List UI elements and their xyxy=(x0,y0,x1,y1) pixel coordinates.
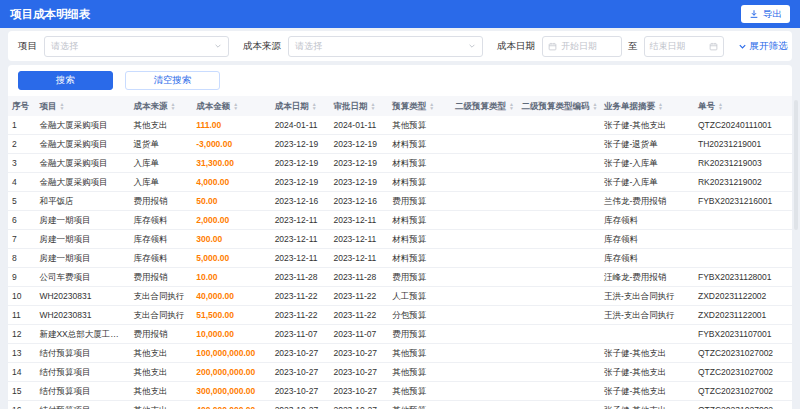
sort-icon[interactable]: ▲▼ xyxy=(312,103,317,110)
cell-sub-budget-type xyxy=(451,135,518,154)
cell-index: 2 xyxy=(8,135,35,154)
cell-sub-budget-code xyxy=(518,401,600,409)
filter-group-cost-source: 成本来源 请选择 xyxy=(243,36,483,57)
cell-approval-date: 2023-10-27 xyxy=(329,363,388,382)
cell-budget-type: 费用预算 xyxy=(388,192,451,211)
column-header-doc-summary[interactable]: 业务单据摘要▲▼ xyxy=(600,96,694,116)
sort-icon[interactable]: ▲▼ xyxy=(509,103,514,110)
cell-doc-number xyxy=(694,230,792,249)
cell-amount: 300.00 xyxy=(192,230,270,249)
column-header-doc-number[interactable]: 单号▲▼ xyxy=(694,96,792,116)
cell-doc-summary: 汪峰龙-费用报销 xyxy=(600,268,694,287)
cell-budget-type: 其他预算 xyxy=(388,401,451,409)
cost-source-select[interactable]: 请选择 xyxy=(288,36,483,57)
sort-icon[interactable]: ▲▼ xyxy=(429,103,434,110)
cell-approval-date: 2023-12-19 xyxy=(329,135,388,154)
table-header-row: 序号项目▲▼成本来源▲▼成本金额▲▼成本日期▲▼审批日期▲▼预算类型▲▼二级预算… xyxy=(8,96,792,116)
cell-sub-budget-type xyxy=(451,325,518,344)
column-header-cost-date[interactable]: 成本日期▲▼ xyxy=(271,96,330,116)
table-row[interactable]: 7房建一期项目库存领料300.002023-12-112023-12-11材料预… xyxy=(8,230,792,249)
sort-icon[interactable]: ▲▼ xyxy=(658,103,663,110)
cell-doc-summary: 兰伟龙-费用报销 xyxy=(600,192,694,211)
cell-index: 3 xyxy=(8,154,35,173)
start-date-input[interactable]: 开始日期 xyxy=(542,36,622,57)
column-header-amount[interactable]: 成本金额▲▼ xyxy=(192,96,270,116)
table-row[interactable]: 15结付预算项目其他支出300,000,000.002023-10-272023… xyxy=(8,382,792,401)
cell-budget-type: 费用预算 xyxy=(388,268,451,287)
cell-budget-type: 材料预算 xyxy=(388,230,451,249)
table-row[interactable]: 1金融大厦采购项目其他支出111.002024-01-112024-01-11其… xyxy=(8,116,792,135)
cell-doc-summary: 张子健-其他支出 xyxy=(600,363,694,382)
cell-project: 结付预算项目 xyxy=(35,344,129,363)
column-header-sub-budget-type[interactable]: 二级预算类型▲▼ xyxy=(451,96,518,116)
cell-doc-number: FYBX20231216001 xyxy=(694,192,792,211)
cell-cost-source: 费用报销 xyxy=(130,268,193,287)
sort-icon[interactable]: ▲▼ xyxy=(593,103,598,110)
cell-approval-date: 2023-12-11 xyxy=(329,249,388,268)
table-row[interactable]: 16结付预算项目其他支出400,000,000.002023-10-272023… xyxy=(8,401,792,409)
cell-budget-type: 其他预算 xyxy=(388,382,451,401)
vertical-scrollbar[interactable] xyxy=(794,100,798,230)
cell-sub-budget-code xyxy=(518,363,600,382)
column-header-project[interactable]: 项目▲▼ xyxy=(35,96,129,116)
table-row[interactable]: 6房建一期项目库存领料2,000.002023-12-112023-12-11材… xyxy=(8,211,792,230)
sort-icon[interactable]: ▲▼ xyxy=(718,103,723,110)
table-row[interactable]: 8房建一期项目库存领料5,000.002023-12-112023-12-11材… xyxy=(8,249,792,268)
table-row[interactable]: 10WH20230831支出合同执行40,000.002023-11-22202… xyxy=(8,287,792,306)
cell-sub-budget-code xyxy=(518,116,600,135)
column-header-index: 序号 xyxy=(8,96,35,116)
cell-index: 14 xyxy=(8,363,35,382)
sort-icon[interactable]: ▲▼ xyxy=(370,103,375,110)
cell-doc-number: ZXD20231122002 xyxy=(694,287,792,306)
cell-sub-budget-code xyxy=(518,173,600,192)
table-row[interactable]: 12新建XX总部大厦工程二期费用报销10,000.002023-11-07202… xyxy=(8,325,792,344)
chevron-down-icon xyxy=(738,42,747,51)
column-header-sub-budget-code[interactable]: 二级预算类型编码▲▼ xyxy=(518,96,600,116)
table-row[interactable]: 9公司车费项目费用报销10.002023-11-282023-11-28费用预算… xyxy=(8,268,792,287)
cell-sub-budget-code xyxy=(518,135,600,154)
cost-source-select-placeholder: 请选择 xyxy=(295,40,322,53)
sort-icon[interactable]: ▲▼ xyxy=(59,103,64,110)
column-header-approval-date[interactable]: 审批日期▲▼ xyxy=(329,96,388,116)
column-header-cost-source[interactable]: 成本来源▲▼ xyxy=(130,96,193,116)
export-button[interactable]: 导出 xyxy=(741,5,790,23)
cell-cost-source: 库存领料 xyxy=(130,230,193,249)
cell-sub-budget-type xyxy=(451,154,518,173)
cell-doc-summary: 张子健-其他支出 xyxy=(600,401,694,409)
cell-index: 4 xyxy=(8,173,35,192)
cell-doc-number: QTZC20231027002 xyxy=(694,344,792,363)
project-select[interactable]: 请选择 xyxy=(44,36,229,57)
cell-amount: 10,000.00 xyxy=(192,325,270,344)
search-button[interactable]: 搜索 xyxy=(18,71,113,90)
table-row[interactable]: 5和平饭店费用报销50.002023-12-162023-12-16费用预算兰伟… xyxy=(8,192,792,211)
sort-icon[interactable]: ▲▼ xyxy=(171,103,176,110)
cell-index: 13 xyxy=(8,344,35,363)
cell-sub-budget-type xyxy=(451,363,518,382)
table-row[interactable]: 2金融大厦采购项目退货单-3,000.002023-12-192023-12-1… xyxy=(8,135,792,154)
cell-cost-source: 其他支出 xyxy=(130,382,193,401)
sort-icon[interactable]: ▲▼ xyxy=(233,103,238,110)
cell-approval-date: 2024-01-11 xyxy=(329,116,388,135)
expand-filter-link[interactable]: 展开筛选 xyxy=(738,40,788,53)
clear-search-button[interactable]: 清空搜索 xyxy=(125,71,220,90)
cell-project: 结付预算项目 xyxy=(35,401,129,409)
table-row[interactable]: 4金融大厦采购项目入库单4,000.002023-12-192023-12-19… xyxy=(8,173,792,192)
cell-cost-date: 2023-11-28 xyxy=(271,268,330,287)
cell-budget-type: 材料预算 xyxy=(388,211,451,230)
table-row[interactable]: 13结付预算项目其他支出100,000,000.002023-10-272023… xyxy=(8,344,792,363)
cell-approval-date: 2023-12-11 xyxy=(329,230,388,249)
cell-approval-date: 2023-10-27 xyxy=(329,344,388,363)
table-row[interactable]: 11WH20230831支出合同执行51,500.002023-11-22202… xyxy=(8,306,792,325)
cell-project: WH20230831 xyxy=(35,306,129,325)
chevron-down-icon xyxy=(468,42,476,50)
table-row[interactable]: 3金融大厦采购项目入库单31,300.002023-12-192023-12-1… xyxy=(8,154,792,173)
cell-doc-summary: 王洪-支出合同执行 xyxy=(600,306,694,325)
cell-cost-date: 2023-12-11 xyxy=(271,211,330,230)
column-header-budget-type[interactable]: 预算类型▲▼ xyxy=(388,96,451,116)
cell-project: 金融大厦采购项目 xyxy=(35,154,129,173)
cell-sub-budget-type xyxy=(451,230,518,249)
cell-cost-source: 其他支出 xyxy=(130,363,193,382)
cell-sub-budget-code xyxy=(518,211,600,230)
table-row[interactable]: 14结付预算项目其他支出200,000,000.002023-10-272023… xyxy=(8,363,792,382)
end-date-input[interactable]: 结束日期 xyxy=(644,36,724,57)
